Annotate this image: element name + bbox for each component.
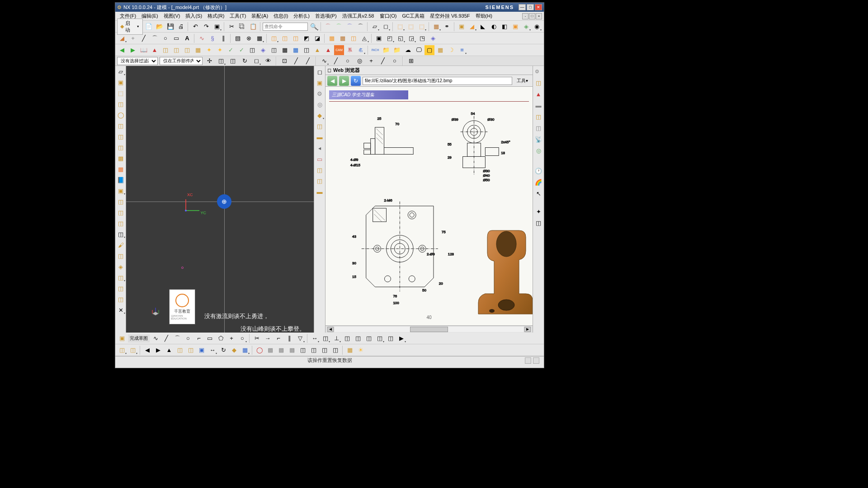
menu-gc-toolbox[interactable]: GC工具箱 — [399, 12, 427, 20]
f-icon-9[interactable]: ╱ — [303, 56, 313, 66]
f-icon-4[interactable]: ↻ — [240, 56, 250, 66]
mdi-close[interactable]: × — [536, 13, 542, 19]
rt-7-icon[interactable]: ◎ — [533, 145, 543, 155]
enlarge-icon[interactable]: ◰▾ — [385, 33, 395, 43]
star-icon[interactable]: ✦ — [204, 45, 214, 55]
tool-f-icon[interactable]: ◫ — [302, 45, 311, 55]
bt-poly-icon[interactable]: ⬠ — [216, 333, 226, 343]
surf2-icon[interactable]: ◫ — [280, 33, 290, 43]
lt-color-icon[interactable]: ◫ — [116, 251, 126, 261]
bt-line-icon[interactable]: ╱ — [161, 333, 171, 343]
trim-icon[interactable]: ◧ — [500, 22, 509, 32]
bt-constr2-icon[interactable]: ⊥▾ — [331, 333, 341, 343]
vt-grid-icon[interactable]: ▦▾ — [240, 345, 250, 355]
bt-point-icon[interactable]: + — [226, 333, 236, 343]
cut-icon[interactable]: ✂ — [226, 22, 236, 32]
bt-profile-icon[interactable]: ∿ — [151, 333, 160, 343]
back-button[interactable]: ◀ — [327, 76, 337, 86]
rect-icon[interactable]: ▭ — [171, 33, 181, 43]
f-icon-12[interactable]: ○ — [343, 56, 353, 66]
through-icon[interactable]: ▦ — [338, 33, 348, 43]
lt-edge-icon[interactable]: ◫ — [116, 197, 126, 206]
mdi-min[interactable]: - — [522, 13, 528, 19]
lt-body-icon[interactable]: ◫ — [116, 218, 126, 228]
rt-clock-icon[interactable]: 🕐 — [533, 166, 543, 176]
lt-x-icon[interactable]: ✕▾ — [116, 305, 126, 315]
spline-icon[interactable]: ∿ — [197, 33, 207, 43]
scroll-thumb[interactable] — [410, 327, 448, 332]
mt-cube-icon[interactable]: ▣ — [315, 78, 325, 88]
vt-left-icon[interactable]: ◀ — [142, 345, 152, 355]
f-icon-11[interactable]: ╱ — [331, 56, 341, 66]
paste-icon[interactable]: 📋 — [248, 22, 258, 32]
rt-3-icon[interactable]: ▬ — [533, 100, 543, 110]
menu-info[interactable]: 信息(I) — [271, 12, 291, 20]
bt-corner-icon[interactable]: ⌐ — [274, 333, 283, 343]
lt-cyl-icon[interactable]: ⬚ — [116, 88, 126, 98]
surf1-icon[interactable]: ◫▾ — [269, 33, 279, 43]
bt-extend-icon[interactable]: → — [263, 333, 273, 343]
surf5-icon[interactable]: ◪ — [312, 33, 322, 43]
close-button[interactable]: ✕ — [535, 4, 542, 10]
menu-tools[interactable]: 工具(T) — [227, 12, 249, 20]
settings-icon[interactable]: ⚙ — [535, 69, 542, 76]
rt-1-icon[interactable]: ◫ — [533, 78, 543, 88]
f-icon-16[interactable]: ○ — [390, 56, 400, 66]
vt-r6-icon[interactable]: ◫ — [320, 345, 330, 355]
menu-format[interactable]: 格式(R) — [205, 12, 227, 20]
vt-r3-icon[interactable]: ▩ — [287, 345, 297, 355]
vt-3-icon[interactable]: ◫ — [175, 345, 185, 355]
curve1-icon[interactable]: ⌒ — [323, 22, 333, 32]
menu-insert[interactable]: 插入(S) — [183, 12, 205, 20]
lt-view-icon[interactable]: ◫▾ — [116, 229, 126, 239]
pattern-icon[interactable]: ▦▾ — [431, 22, 441, 32]
tools-button[interactable]: 工具▾ — [514, 77, 531, 85]
setting-icon[interactable]: ≡▾ — [457, 45, 467, 55]
vt-right-icon[interactable]: ▶ — [153, 345, 163, 355]
menu-view[interactable]: 视图(V) — [161, 12, 183, 20]
bt-offset-icon[interactable]: ∥ — [284, 333, 294, 343]
mirror-icon[interactable]: ◫ — [182, 45, 192, 55]
vt-5-icon[interactable]: ▣ — [197, 345, 207, 355]
f-icon-2[interactable]: ◫▾ — [216, 56, 226, 66]
lt-show-icon[interactable]: ◫▾ — [116, 272, 126, 282]
rt-2-icon[interactable]: ▲ — [533, 89, 543, 99]
status-icon-1[interactable] — [525, 357, 531, 364]
mt-box3-icon[interactable]: ▬ — [315, 187, 325, 197]
rt-4-icon[interactable]: ◫ — [533, 112, 543, 122]
mt-gear-icon[interactable]: ⚙ — [315, 89, 325, 99]
refresh-button[interactable]: ↻ — [351, 76, 361, 86]
menu-analysis[interactable]: 分析(L) — [291, 12, 312, 20]
bt-anim-icon[interactable]: ▶▾ — [396, 333, 406, 343]
vt-r5-icon[interactable]: ◫ — [309, 345, 319, 355]
lt-sketch-icon[interactable]: ▱▾ — [116, 66, 126, 76]
minimize-button[interactable]: — — [519, 4, 526, 10]
tool-icon[interactable]: ▣▾ — [212, 22, 222, 32]
text-icon[interactable]: A — [182, 33, 192, 43]
vt-layer-icon[interactable]: ▦ — [345, 345, 355, 355]
bt-conv-icon[interactable]: ◫ — [353, 333, 363, 343]
cloud-icon[interactable]: ☁ — [403, 45, 413, 55]
check1-icon[interactable]: ✓ — [226, 45, 236, 55]
mt-block-icon[interactable]: ◻ — [315, 67, 325, 77]
vt-refresh-icon[interactable]: ↻ — [218, 345, 228, 355]
surf3-icon[interactable]: ◫ — [291, 33, 301, 43]
menu-assembly[interactable]: 装配(A) — [249, 12, 271, 20]
thicken-icon[interactable]: ▣ — [510, 22, 520, 32]
f-icon-17[interactable]: ⊞ — [406, 56, 416, 66]
folder1-icon[interactable]: 📁 — [381, 45, 391, 55]
lt-face-icon[interactable]: ◫ — [116, 207, 126, 217]
inch-icon[interactable]: INCH — [370, 45, 380, 55]
rt-arrow-icon[interactable]: ↖ — [533, 188, 543, 198]
save-icon[interactable]: 💾 — [165, 22, 175, 32]
mt-diamond-icon[interactable]: ◆▾ — [315, 110, 325, 120]
maximize-button[interactable]: □ — [527, 4, 534, 10]
vt-r1-icon[interactable]: ▩ — [265, 345, 275, 355]
tool-d-icon[interactable]: ▦ — [280, 45, 290, 55]
mt-box2-icon[interactable]: ◫ — [315, 176, 325, 186]
calc-icon[interactable]: ▦ — [435, 45, 445, 55]
surf4-icon[interactable]: ◩ — [302, 33, 311, 43]
datum-plane-icon[interactable]: ▱▾ — [370, 22, 380, 32]
view-cube-icon[interactable] — [151, 306, 160, 315]
status-icon-2[interactable] — [533, 357, 539, 364]
